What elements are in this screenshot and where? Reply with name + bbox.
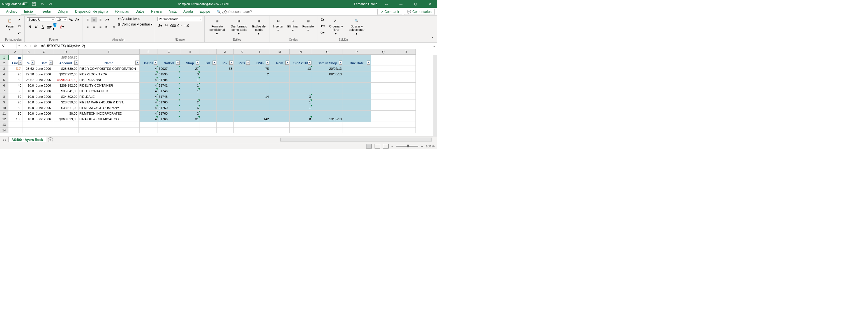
orientation-icon[interactable]: ↗▾ [104, 17, 110, 23]
sort-icon: A↓ [333, 18, 339, 24]
ribbon-options-icon[interactable]: ▭ [381, 0, 392, 8]
sheet-next-icon[interactable]: ▸ [5, 138, 7, 142]
paste-button[interactable]: 📋 Pegar▾ [4, 17, 15, 32]
column-headers[interactable]: ABCDEFGHIJKLMNOPQR [8, 49, 416, 55]
find-icon: 🔍 [353, 18, 360, 24]
zoom-level[interactable]: 100 % [426, 145, 435, 148]
cut-icon[interactable]: ✂ [17, 17, 22, 23]
decrease-font-icon[interactable]: A▾ [74, 17, 80, 23]
number-format-combo[interactable]: Personalizada▾ [157, 17, 202, 21]
fx-icon[interactable]: fx [34, 44, 37, 48]
page-layout-view-icon[interactable] [375, 144, 380, 149]
tab-equipo[interactable]: Equipo [196, 8, 213, 15]
font-size-combo[interactable]: 10▾ [56, 18, 67, 22]
tab-revisar[interactable]: Revisar [148, 8, 166, 15]
window-title: sample09-from-config-file.xlsx - Excel [54, 2, 354, 6]
minimize-icon[interactable]: — [395, 0, 406, 8]
sheet-prev-icon[interactable]: ◂ [2, 138, 4, 142]
page-break-view-icon[interactable] [383, 144, 389, 149]
sheet-tab[interactable]: AS400 - Ayers Rock [8, 137, 46, 142]
tab-dibujar[interactable]: Dibujar [54, 8, 72, 15]
group-label: Portapapeles [4, 37, 22, 41]
close-icon[interactable]: ✕ [425, 0, 436, 8]
align-left-icon[interactable]: ≡ [85, 24, 90, 30]
tab-fórmulas[interactable]: Fórmulas [111, 8, 132, 15]
merge-center-button[interactable]: ⊞ Combinar y centrar ▾ [118, 23, 153, 26]
insert-button[interactable]: ⊞Insertar▾ [272, 17, 284, 33]
cells-area[interactable]: 10$85.508,80Line▾%▾Date▾Account▾Name▾D/C… [8, 55, 416, 133]
wrap-text-button[interactable]: ↩ Ajustar texto [118, 17, 153, 21]
fill-color-icon[interactable]: 🪣▾ [53, 24, 58, 30]
zoom-in-button[interactable]: + [421, 145, 423, 148]
share-button[interactable]: ↗Compartir [377, 9, 402, 15]
share-icon: ↗ [380, 10, 383, 14]
redo-icon[interactable] [48, 1, 54, 7]
tab-inicio[interactable]: Inicio [21, 8, 36, 15]
increase-decimal-icon[interactable]: .0→ [177, 23, 182, 29]
format-table-button[interactable]: ▦Dar formato como tabla▾ [229, 17, 249, 36]
cancel-formula-icon[interactable]: ✕ [24, 44, 27, 48]
group-label: Número [157, 37, 202, 41]
fill-icon[interactable]: ▼▾ [320, 23, 325, 29]
format-painter-icon[interactable]: 🖌 [17, 30, 22, 35]
cell-styles-button[interactable]: ▦Estilos de celda▾ [251, 17, 267, 36]
collapse-ribbon-icon[interactable]: ⌃ [430, 36, 435, 42]
horizontal-scrollbar[interactable] [280, 137, 432, 141]
percent-icon[interactable]: % [164, 23, 169, 29]
find-select-button[interactable]: 🔍Buscar y seleccionar▾ [346, 17, 367, 36]
align-top-icon[interactable]: ≡ [85, 17, 90, 23]
grid[interactable]: ABCDEFGHIJKLMNOPQR 1234567891011121314 1… [0, 49, 437, 136]
row-headers[interactable]: 1234567891011121314 [0, 55, 8, 133]
tell-me-search[interactable]: 🔍 ¿Qué desea hacer? [217, 10, 252, 14]
zoom-slider[interactable] [396, 146, 418, 147]
italic-button[interactable]: K [33, 24, 39, 30]
tab-datos[interactable]: Datos [132, 8, 148, 15]
tab-vista[interactable]: Vista [166, 8, 180, 15]
tab-archivo[interactable]: Archivo [3, 8, 21, 15]
align-middle-icon[interactable]: ≡ [91, 17, 97, 23]
vertical-scrollbar[interactable] [433, 55, 437, 136]
border-icon[interactable]: ▦▾ [46, 24, 52, 30]
tab-ayuda[interactable]: Ayuda [180, 8, 196, 15]
clear-icon[interactable]: ◇▾ [320, 30, 325, 35]
font-color-icon[interactable]: A▾ [59, 24, 65, 30]
conditional-format-button[interactable]: ▦Formato condicional▾ [207, 17, 227, 36]
increase-indent-icon[interactable]: ⇥ [111, 24, 116, 30]
tab-disposición de página[interactable]: Disposición de página [72, 8, 111, 15]
expand-formula-bar-icon[interactable]: ⌄ [431, 44, 437, 48]
name-box-dropdown[interactable]: ▾ [17, 44, 21, 47]
font-name-combo[interactable]: Segoe UI▾ [27, 18, 55, 22]
align-bottom-icon[interactable]: ≡ [98, 17, 103, 23]
zoom-out-button[interactable]: − [392, 145, 393, 148]
comments-button[interactable]: 💬Comentarios [404, 9, 435, 15]
align-center-icon[interactable]: ≡ [91, 24, 97, 30]
select-all-corner[interactable] [0, 49, 8, 55]
name-box[interactable]: A1 [0, 43, 17, 49]
formula-input[interactable]: =SUBTOTALES(103;A3:A12) [39, 43, 431, 49]
bold-button[interactable]: N [27, 24, 33, 30]
autosave-toggle[interactable]: Autoguardado [2, 2, 28, 6]
decrease-decimal-icon[interactable]: ←.0 [183, 23, 189, 29]
autosum-icon[interactable]: Σ▾ [320, 17, 325, 23]
paste-icon: 📋 [6, 18, 13, 24]
ribbon-tabs: ArchivoInicioInsertarDibujarDisposición … [0, 8, 437, 16]
sort-filter-button[interactable]: A↓Ordenar y filtrar▾ [327, 17, 345, 36]
accept-formula-icon[interactable]: ✓ [29, 44, 32, 48]
save-icon[interactable] [31, 1, 37, 7]
currency-icon[interactable]: $▾ [157, 23, 163, 29]
add-sheet-button[interactable]: + [48, 137, 53, 142]
thousands-icon[interactable]: 000 [170, 23, 176, 29]
format-button[interactable]: ▦Formato▾ [301, 17, 315, 33]
delete-button[interactable]: ⊟Eliminar▾ [286, 17, 300, 33]
align-right-icon[interactable]: ≡ [98, 24, 103, 30]
tab-insertar[interactable]: Insertar [36, 8, 54, 15]
comment-icon: 💬 [407, 10, 411, 14]
undo-icon[interactable] [39, 1, 45, 7]
increase-font-icon[interactable]: A▴ [68, 17, 73, 23]
decrease-indent-icon[interactable]: ⇤ [104, 24, 110, 30]
copy-icon[interactable]: ⧉ [17, 23, 22, 29]
group-clipboard: 📋 Pegar▾ ✂ ⧉ 🖌 Portapapeles [2, 16, 25, 42]
maximize-icon[interactable]: ▢ [410, 0, 421, 8]
underline-button[interactable]: S [40, 24, 45, 30]
normal-view-icon[interactable] [366, 144, 372, 149]
